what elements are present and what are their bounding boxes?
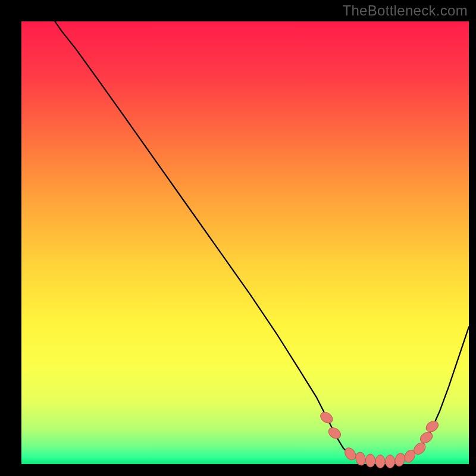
marker-dot (375, 455, 385, 468)
watermark-label: TheBottleneck.com (342, 2, 468, 19)
chart-frame: TheBottleneck.com (0, 0, 476, 476)
marker-dot (366, 454, 375, 467)
gradient-background (21, 21, 469, 464)
marker-dot (386, 455, 395, 468)
bottleneck-chart (0, 0, 476, 476)
